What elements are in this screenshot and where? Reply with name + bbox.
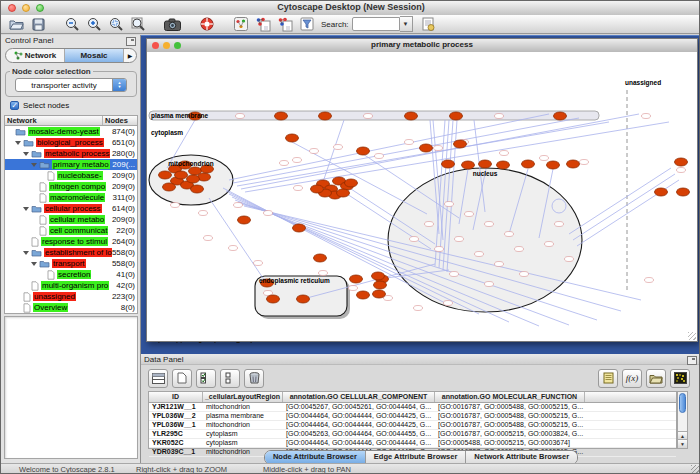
matrix-icon[interactable] [670,369,690,388]
graph-node[interactable] [454,140,467,148]
disclosure-triangle-icon[interactable] [23,251,29,255]
graph-node[interactable] [547,161,560,169]
select-nodes-checkbox[interactable]: ✓ [10,101,19,110]
graph-node[interactable] [522,160,535,168]
tree-row[interactable]: cell communicat22(0) [5,225,137,236]
graph-node[interactable] [405,112,418,120]
graph-node[interactable] [159,171,172,179]
resize-grip-icon[interactable] [688,332,696,340]
table-row[interactable]: YPL036W__2plasma membrane[GO:0044464, GO… [149,412,676,421]
tree-row[interactable]: Overview8(0) [5,302,137,313]
graph-node[interactable] [357,291,370,299]
table-row[interactable]: YLR295Ccytoplasm[GO:0045263, GO:0044464,… [149,430,676,439]
float-panel-icon[interactable] [687,356,697,365]
tree-row[interactable]: cellular metabo209(0) [5,214,137,225]
graph-node-small[interactable] [555,222,564,227]
graph-node-small[interactable] [319,271,328,276]
tree-row[interactable]: nitrogen compo209(0) [5,181,137,192]
filter-icon[interactable] [297,16,316,32]
table-scrollbar[interactable]: ▲ ▼ [677,391,688,449]
import-attributes-icon[interactable] [646,369,666,388]
graph-node-small[interactable] [475,252,484,257]
network-view-titlebar[interactable]: primary metabolic process [147,39,697,53]
graph-node[interactable] [238,216,251,224]
graph-node[interactable] [374,281,387,289]
open-session-icon[interactable] [7,16,26,32]
tree-row[interactable]: unassigned223(0) [5,291,137,302]
birds-eye-view[interactable] [4,316,138,459]
graph-node-small[interactable] [264,211,273,216]
graph-node[interactable] [442,160,455,168]
zoom-fit-icon[interactable] [129,16,148,32]
graph-node[interactable] [357,147,370,155]
graph-node-small[interactable] [444,301,453,306]
disclosure-triangle-icon[interactable] [23,152,29,156]
graph-node-small[interactable] [505,232,514,237]
graph-node-small[interactable] [405,140,414,145]
graph-node-small[interactable] [435,247,444,252]
graph-node[interactable] [373,290,386,298]
graph-node-small[interactable] [310,149,319,154]
tab-scroll-right-icon[interactable]: ▶ [124,49,136,62]
scrollbar-thumb[interactable] [679,393,686,413]
graph-node[interactable] [187,175,200,183]
graph-node[interactable] [163,183,176,191]
tree-header-nodes[interactable]: Nodes [103,116,137,125]
table-row[interactable]: YJR121W__1mitochondrion[GO:0045267, GO:0… [149,403,676,412]
graph-node-small[interactable] [520,272,529,277]
graph-node-small[interactable] [677,168,686,173]
graph-node-small[interactable] [204,236,213,241]
graph-node[interactable] [191,185,204,193]
scroll-down-icon[interactable]: ▼ [678,439,687,448]
disclosure-triangle-icon[interactable] [31,262,37,266]
tree-header-network[interactable]: Network [5,116,103,125]
search-dropdown-icon[interactable]: ▼ [400,16,413,32]
graph-node[interactable] [286,134,299,142]
graph-node[interactable] [420,144,433,152]
graph-node-small[interactable] [434,146,443,151]
graph-node-small[interactable] [334,145,343,150]
tree-row[interactable]: biological_process651(0) [5,137,137,148]
tree-row[interactable]: secretion41(0) [5,269,137,280]
zoom-selected-icon[interactable] [107,16,126,32]
graph-node[interactable] [319,112,332,120]
graph-node-small[interactable] [234,203,243,208]
graph-node[interactable] [337,189,350,197]
disclosure-triangle-icon[interactable] [31,163,37,167]
graph-node-small[interactable] [465,212,474,217]
graph-node-small[interactable] [229,246,238,251]
function-builder-icon[interactable]: f(x) [622,369,642,388]
graph-node-small[interactable] [515,247,524,252]
graph-node-small[interactable] [410,237,419,242]
zoom-in-icon[interactable] [85,16,104,32]
graph-node-small[interactable] [375,154,384,159]
graph-node-small[interactable] [450,272,459,277]
graph-node[interactable] [655,188,668,196]
graph-node[interactable] [345,179,358,187]
float-panel-icon[interactable] [126,37,136,46]
graph-node-small[interactable] [280,161,289,166]
graph-node[interactable] [311,185,324,193]
graph-node[interactable] [554,112,567,120]
disclosure-triangle-icon[interactable] [23,207,29,211]
graph-node[interactable] [497,161,510,169]
graph-node-small[interactable] [642,114,651,119]
vizmapper-icon[interactable] [231,16,250,32]
graph-node-small[interactable] [540,156,549,161]
graph-node[interactable] [275,112,288,120]
graph-node[interactable] [450,112,463,120]
tree-row[interactable]: macromolecule311(0) [5,192,137,203]
snapshot-icon[interactable] [163,16,182,32]
graph-node[interactable] [462,161,475,169]
graph-node-small[interactable] [565,257,574,262]
tree-row[interactable]: multi-organism pro42(0) [5,280,137,291]
help-icon[interactable] [197,16,216,32]
graph-node[interactable] [677,188,690,196]
graph-node-small[interactable] [545,242,554,247]
graph-node-small[interactable] [425,222,434,227]
graph-node-small[interactable] [580,160,589,165]
tree-row[interactable]: nucleobase-209(0) [5,170,137,181]
search-input[interactable] [352,17,400,31]
tab-mosaic[interactable]: Mosaic [65,49,124,62]
graph-node-small[interactable] [500,151,509,156]
